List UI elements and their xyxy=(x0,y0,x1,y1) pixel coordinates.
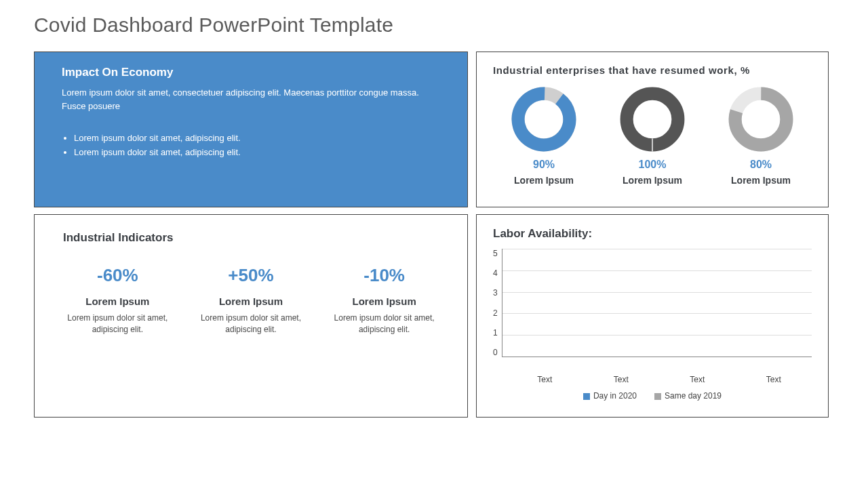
indicator-value: +50% xyxy=(193,265,310,286)
x-axis: Text Text Text Text xyxy=(507,375,812,384)
indicator-desc: Lorem ipsum dolor sit amet, adipiscing e… xyxy=(326,312,443,336)
indicator-2: +50% Lorem Ipsum Lorem ipsum dolor sit a… xyxy=(187,265,315,336)
svg-point-1 xyxy=(510,85,578,153)
x-tick: Text xyxy=(766,375,781,384)
indicators-heading: Industrial Indicators xyxy=(63,231,451,245)
labor-panel: Labor Availability: 5 4 3 2 1 0 xyxy=(476,214,829,418)
y-tick: 4 xyxy=(493,268,498,278)
x-tick: Text xyxy=(614,375,629,384)
indicator-value: -10% xyxy=(326,265,443,286)
y-tick: 5 xyxy=(493,249,498,258)
x-tick: Text xyxy=(690,375,705,384)
indicator-label: Lorem Ipsum xyxy=(193,296,310,307)
impact-body: Lorem ipsum dolor sit amet, consectetuer… xyxy=(62,86,440,113)
y-tick: 0 xyxy=(493,348,498,357)
legend-item-grey: Same day 2019 xyxy=(654,391,722,401)
donut-2: 100% Lorem Ipsum xyxy=(618,85,686,186)
slide: Covid Dashboard PowerPoint Template Impa… xyxy=(0,0,868,438)
indicator-desc: Lorem ipsum dolor sit amet, adipiscing e… xyxy=(193,312,310,336)
legend-item-blue: Day in 2020 xyxy=(583,391,637,401)
impact-bullet: Lorem ipsum dolor sit amet, adipiscing e… xyxy=(74,146,440,160)
bar-chart: 5 4 3 2 1 0 xyxy=(493,249,812,371)
donut-row: 90% Lorem Ipsum 100% Lorem Ipsum xyxy=(493,85,812,186)
donut-icon xyxy=(618,85,686,153)
indicator-label: Lorem Ipsum xyxy=(59,296,176,307)
indicator-1: -60% Lorem Ipsum Lorem ipsum dolor sit a… xyxy=(54,265,182,336)
x-tick: Text xyxy=(537,375,552,384)
donut-icon xyxy=(510,85,578,153)
impact-bullet: Lorem ipsum dolor sit amet, adipiscing e… xyxy=(74,131,440,146)
indicator-3: -10% Lorem Ipsum Lorem ipsum dolor sit a… xyxy=(320,265,448,336)
indicators-row: -60% Lorem Ipsum Lorem ipsum dolor sit a… xyxy=(51,265,451,336)
plot-area xyxy=(502,249,812,357)
donut-pct: 100% xyxy=(618,159,686,171)
y-tick: 1 xyxy=(493,328,498,338)
donut-label: Lorem Ipsum xyxy=(618,175,686,186)
donut-icon xyxy=(727,85,795,153)
dashboard-grid: Impact On Economy Lorem ipsum dolor sit … xyxy=(34,52,834,418)
indicator-value: -60% xyxy=(59,265,176,286)
impact-heading: Impact On Economy xyxy=(62,66,440,79)
y-tick: 2 xyxy=(493,308,498,318)
donut-label: Lorem Ipsum xyxy=(510,175,578,186)
enterprises-panel: Industrial enterprises that have resumed… xyxy=(476,52,829,207)
y-axis: 5 4 3 2 1 0 xyxy=(493,249,502,357)
svg-point-2 xyxy=(627,94,678,145)
y-tick: 3 xyxy=(493,288,498,298)
impact-bullets: Lorem ipsum dolor sit amet, adipiscing e… xyxy=(62,131,440,160)
donut-1: 90% Lorem Ipsum xyxy=(510,85,578,186)
indicators-panel: Industrial Indicators -60% Lorem Ipsum L… xyxy=(34,214,468,418)
labor-heading: Labor Availability: xyxy=(493,227,812,241)
donut-pct: 80% xyxy=(727,159,795,171)
page-title: Covid Dashboard PowerPoint Template xyxy=(34,14,834,37)
impact-panel: Impact On Economy Lorem ipsum dolor sit … xyxy=(34,52,468,207)
indicator-label: Lorem Ipsum xyxy=(326,296,443,307)
bars xyxy=(502,249,812,357)
donut-label: Lorem Ipsum xyxy=(727,175,795,186)
legend: Day in 2020 Same day 2019 xyxy=(493,391,812,401)
donut-pct: 90% xyxy=(510,159,578,171)
donut-3: 80% Lorem Ipsum xyxy=(727,85,795,186)
enterprises-heading: Industrial enterprises that have resumed… xyxy=(493,64,812,76)
indicator-desc: Lorem ipsum dolor sit amet, adipiscing e… xyxy=(59,312,176,336)
